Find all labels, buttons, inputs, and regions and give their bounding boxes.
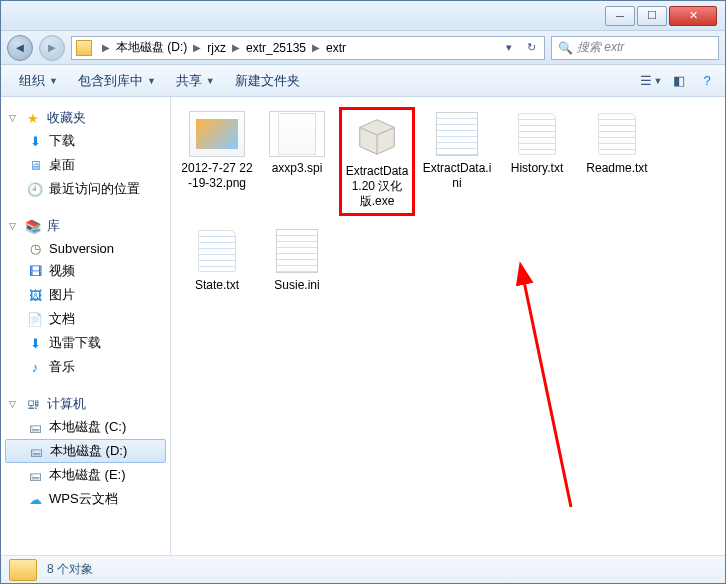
library-icon: 📚 (25, 218, 41, 234)
crumb-folder[interactable]: rjxz (205, 41, 228, 55)
sidebar-label: 迅雷下载 (49, 334, 101, 352)
sidebar-item-drive-d[interactable]: 🖴本地磁盘 (D:) (5, 439, 166, 463)
chevron-right-icon: ▶ (189, 42, 205, 53)
file-label: ExtractData 1.20 汉化版.exe (344, 164, 410, 209)
file-item[interactable]: State.txt (179, 224, 255, 297)
file-item[interactable]: Susie.ini (259, 224, 335, 297)
video-icon: 🎞 (27, 263, 43, 279)
sidebar-item-videos[interactable]: 🎞视频 (5, 259, 166, 283)
sidebar-item-drive-e[interactable]: 🖴本地磁盘 (E:) (5, 463, 166, 487)
refresh-icon[interactable]: ↻ (522, 39, 540, 57)
share-label: 共享 (176, 72, 202, 90)
sidebar-header-computer[interactable]: ▽🖳计算机 (5, 393, 166, 415)
file-icon (269, 111, 325, 157)
chevron-down-icon: ▽ (9, 399, 19, 409)
file-item[interactable]: 2012-7-27 22-19-32.png (179, 107, 255, 216)
sidebar: ▽★收藏夹 ⬇下载 🖥桌面 🕘最近访问的位置 ▽📚库 ◷Subversion 🎞… (1, 97, 171, 555)
minimize-button[interactable]: ─ (605, 6, 635, 26)
sidebar-item-drive-c[interactable]: 🖴本地磁盘 (C:) (5, 415, 166, 439)
sidebar-item-recent[interactable]: 🕘最近访问的位置 (5, 177, 166, 201)
include-in-library-button[interactable]: 包含到库中▼ (68, 72, 166, 90)
folder-icon (76, 40, 92, 56)
file-item[interactable]: History.txt (499, 107, 575, 216)
help-button[interactable]: ? (697, 71, 717, 91)
svg-line-2 (521, 267, 571, 507)
sidebar-header-libraries[interactable]: ▽📚库 (5, 215, 166, 237)
folder-icon (9, 559, 37, 581)
sidebar-item-xunlei[interactable]: ⬇迅雷下载 (5, 331, 166, 355)
file-label: State.txt (195, 278, 239, 293)
sidebar-label: 本地磁盘 (C:) (49, 418, 126, 436)
organize-button[interactable]: 组织▼ (9, 72, 68, 90)
nav-back-button[interactable]: ◄ (7, 35, 33, 61)
search-icon: 🔍 (558, 41, 573, 55)
desktop-icon: 🖥 (27, 157, 43, 173)
download-icon: ⬇ (27, 133, 43, 149)
sidebar-label: 本地磁盘 (E:) (49, 466, 126, 484)
sidebar-item-music[interactable]: ♪音乐 (5, 355, 166, 379)
chevron-down-icon: ▼ (49, 76, 58, 86)
sidebar-item-downloads[interactable]: ⬇下载 (5, 129, 166, 153)
text-file-icon (189, 228, 245, 274)
crumb-drive[interactable]: 本地磁盘 (D:) (114, 39, 189, 56)
image-thumbnail-icon (189, 111, 245, 157)
file-label: Susie.ini (274, 278, 319, 293)
sidebar-label: 下载 (49, 132, 75, 150)
sidebar-item-subversion[interactable]: ◷Subversion (5, 237, 166, 259)
preview-pane-button[interactable]: ◧ (669, 71, 689, 91)
nav-forward-button[interactable]: ► (39, 35, 65, 61)
chevron-down-icon: ▼ (147, 76, 156, 86)
chevron-right-icon: ▶ (228, 42, 244, 53)
subversion-icon: ◷ (27, 240, 43, 256)
sidebar-label: 文档 (49, 310, 75, 328)
sidebar-item-wps-cloud[interactable]: ☁WPS云文档 (5, 487, 166, 511)
address-bar[interactable]: ▶ 本地磁盘 (D:) ▶ rjxz ▶ extr_25135 ▶ extr ▾… (71, 36, 545, 60)
exe-box-icon (349, 114, 405, 160)
sidebar-item-desktop[interactable]: 🖥桌面 (5, 153, 166, 177)
maximize-button[interactable]: ☐ (637, 6, 667, 26)
drive-icon: 🖴 (27, 419, 43, 435)
file-item[interactable]: ExtractData.ini (419, 107, 495, 216)
text-file-icon (589, 111, 645, 157)
file-pane[interactable]: 2012-7-27 22-19-32.png axxp3.spi Extract… (171, 97, 725, 555)
cloud-icon: ☁ (27, 491, 43, 507)
status-bar: 8 个对象 (1, 555, 725, 583)
sidebar-label: 音乐 (49, 358, 75, 376)
chevron-down-icon: ▼ (206, 76, 215, 86)
chevron-down-icon[interactable]: ▾ (500, 39, 518, 57)
sidebar-item-pictures[interactable]: 🖼图片 (5, 283, 166, 307)
crumb-folder[interactable]: extr (324, 41, 348, 55)
address-row: ◄ ► ▶ 本地磁盘 (D:) ▶ rjxz ▶ extr_25135 ▶ ex… (1, 31, 725, 65)
main-area: ▽★收藏夹 ⬇下载 🖥桌面 🕘最近访问的位置 ▽📚库 ◷Subversion 🎞… (1, 97, 725, 555)
sidebar-label: 计算机 (47, 395, 86, 413)
file-label: axxp3.spi (272, 161, 323, 176)
picture-icon: 🖼 (27, 287, 43, 303)
recent-icon: 🕘 (27, 181, 43, 197)
file-item[interactable]: axxp3.spi (259, 107, 335, 216)
view-options-button[interactable]: ☰▼ (641, 71, 661, 91)
computer-icon: 🖳 (25, 396, 41, 412)
ini-gear-icon (429, 111, 485, 157)
ini-gear-icon (269, 228, 325, 274)
sidebar-item-documents[interactable]: 📄文档 (5, 307, 166, 331)
include-label: 包含到库中 (78, 72, 143, 90)
file-item[interactable]: Readme.txt (579, 107, 655, 216)
close-button[interactable]: ✕ (669, 6, 717, 26)
music-icon: ♪ (27, 359, 43, 375)
search-input[interactable]: 🔍 搜索 extr (551, 36, 719, 60)
chevron-down-icon: ▽ (9, 113, 19, 123)
sidebar-label: 收藏夹 (47, 109, 86, 127)
sidebar-label: 图片 (49, 286, 75, 304)
toolbar: 组织▼ 包含到库中▼ 共享▼ 新建文件夹 ☰▼ ◧ ? (1, 65, 725, 97)
share-button[interactable]: 共享▼ (166, 72, 225, 90)
search-placeholder: 搜索 extr (577, 39, 624, 56)
sidebar-label: 桌面 (49, 156, 75, 174)
organize-label: 组织 (19, 72, 45, 90)
chevron-right-icon: ▶ (98, 42, 114, 53)
crumb-folder[interactable]: extr_25135 (244, 41, 308, 55)
text-file-icon (509, 111, 565, 157)
file-item-highlighted[interactable]: ExtractData 1.20 汉化版.exe (339, 107, 415, 216)
sidebar-header-favorites[interactable]: ▽★收藏夹 (5, 107, 166, 129)
new-folder-button[interactable]: 新建文件夹 (225, 72, 310, 90)
file-label: ExtractData.ini (421, 161, 493, 191)
